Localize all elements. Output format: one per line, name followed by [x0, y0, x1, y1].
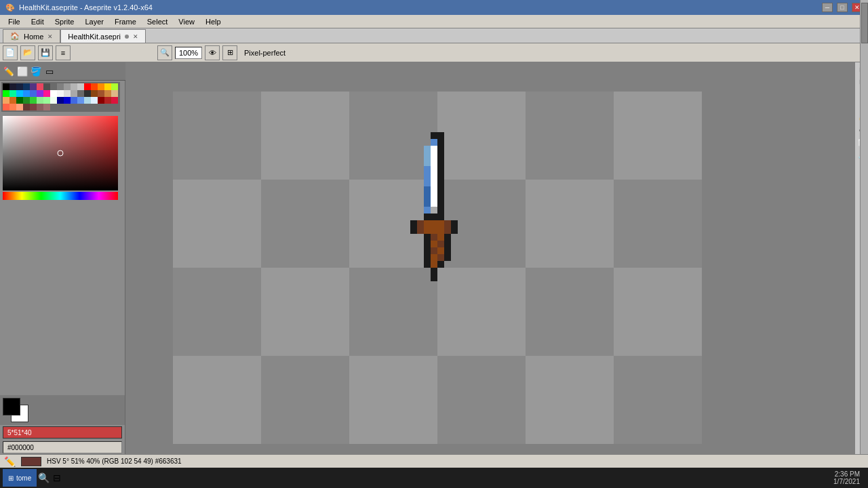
open-file-button[interactable]: 📂: [20, 45, 35, 60]
hex-color-display[interactable]: #000000: [3, 441, 122, 453]
taskview-taskbar[interactable]: ⊟: [50, 471, 64, 485]
palette-color-24[interactable]: [50, 90, 57, 97]
palette-color-15[interactable]: [104, 83, 111, 90]
palette-color-36[interactable]: [16, 97, 23, 104]
palette-color-53[interactable]: [16, 104, 23, 110]
menu-sprite[interactable]: Sprite: [50, 16, 80, 27]
grid-button[interactable]: ⊞: [222, 45, 237, 60]
menu-edit[interactable]: Edit: [26, 16, 50, 27]
palette-color-34[interactable]: [3, 97, 9, 104]
menu-file[interactable]: File: [3, 16, 26, 27]
palette-color-3[interactable]: [23, 83, 30, 90]
palette-color-32[interactable]: [104, 90, 111, 97]
maximize-button[interactable]: □: [837, 3, 848, 12]
menu-help[interactable]: Help: [200, 16, 226, 27]
palette-color-31[interactable]: [98, 90, 104, 97]
palette-color-29[interactable]: [84, 90, 91, 97]
palette-color-19[interactable]: [16, 90, 23, 97]
color-picker-canvas[interactable]: [3, 116, 118, 190]
palette-color-52[interactable]: [9, 104, 16, 110]
tab-home[interactable]: 🏠 Home ✕: [3, 29, 60, 43]
pencil-tool[interactable]: ✏️: [3, 65, 15, 77]
palette-color-43[interactable]: [64, 97, 71, 104]
palette-color-22[interactable]: [37, 90, 43, 97]
palette-color-12[interactable]: [84, 83, 91, 90]
palette-color-42[interactable]: [57, 97, 64, 104]
color-picker[interactable]: [3, 116, 122, 392]
palette-color-5[interactable]: [37, 83, 43, 90]
palette-color-46[interactable]: [84, 97, 91, 104]
palette-color-45[interactable]: [77, 97, 84, 104]
palette-color-48[interactable]: [98, 97, 104, 104]
palette-color-8[interactable]: [57, 83, 64, 90]
minimize-button[interactable]: ─: [822, 3, 833, 12]
palette-color-21[interactable]: [30, 90, 37, 97]
palette-color-55[interactable]: [30, 104, 37, 110]
menu-frame[interactable]: Frame: [109, 16, 142, 27]
palette-color-25[interactable]: [57, 90, 64, 97]
color-value-display[interactable]: 5*51*40: [3, 426, 122, 439]
palette-color-27[interactable]: [71, 90, 77, 97]
palette-color-4[interactable]: [30, 83, 37, 90]
search-taskbar[interactable]: 🔍: [37, 471, 50, 485]
palette-color-17[interactable]: [3, 90, 9, 97]
palette-color-30[interactable]: [91, 90, 98, 97]
sprite-canvas[interactable]: [173, 92, 702, 444]
palette-color-51[interactable]: [3, 104, 9, 110]
palette-color-41[interactable]: [50, 97, 57, 104]
menu-layer[interactable]: Layer: [79, 16, 109, 27]
palette-color-26[interactable]: [64, 90, 71, 97]
settings-button[interactable]: ≡: [56, 45, 71, 60]
tab-healthkit[interactable]: HealthKit.asepri ✕: [60, 29, 146, 43]
zoom-input[interactable]: 100%: [175, 47, 202, 59]
palette-color-6[interactable]: [43, 83, 50, 90]
tab-home-close[interactable]: ✕: [47, 33, 53, 40]
zoom-out-button[interactable]: 🔍: [157, 45, 172, 60]
tools-strip: ✏️ ⬜ 🪣 ▭: [0, 62, 125, 81]
palette-color-7[interactable]: [50, 83, 57, 90]
fill-tool[interactable]: 🪣: [30, 65, 42, 77]
palette-color-1[interactable]: [9, 83, 16, 90]
palette-color-40[interactable]: [43, 97, 50, 104]
main-area: ✏️ ⬜ 🪣 ▭ 5*51*40 #000000: [0, 62, 868, 473]
palette-color-57[interactable]: [43, 104, 50, 110]
palette-color-49[interactable]: [104, 97, 111, 104]
palette-color-38[interactable]: [30, 97, 37, 104]
palette-color-14[interactable]: [98, 83, 104, 90]
eraser-tool[interactable]: ⬜: [16, 65, 28, 77]
palette-color-33[interactable]: [111, 90, 118, 97]
palette-color-11[interactable]: [77, 83, 84, 90]
palette-color-23[interactable]: [43, 90, 50, 97]
canvas-area[interactable]: [125, 62, 854, 473]
v-scroll-thumb[interactable]: [861, 3, 868, 43]
hue-slider[interactable]: [3, 192, 118, 200]
palette-color-0[interactable]: [3, 83, 9, 90]
tab-healthkit-close[interactable]: ✕: [133, 33, 138, 40]
palette-color-2[interactable]: [16, 83, 23, 90]
palette-color-50[interactable]: [111, 97, 118, 104]
palette-color-44[interactable]: [71, 97, 77, 104]
vertical-scrollbar[interactable]: [860, 0, 868, 488]
start-button[interactable]: ⊞tome: [3, 469, 37, 487]
palette-color-39[interactable]: [37, 97, 43, 104]
menu-select[interactable]: Select: [142, 16, 174, 27]
palette-color-10[interactable]: [71, 83, 77, 90]
selection-tool[interactable]: ▭: [43, 65, 56, 77]
menu-view[interactable]: View: [173, 16, 200, 27]
save-file-button[interactable]: 💾: [38, 45, 53, 60]
palette-color-16[interactable]: [111, 83, 118, 90]
palette-color-54[interactable]: [23, 104, 30, 110]
palette-color-9[interactable]: [64, 83, 71, 90]
palette-color-20[interactable]: [23, 90, 30, 97]
palette-color-56[interactable]: [37, 104, 43, 110]
palette-color-47[interactable]: [91, 97, 98, 104]
eye-button[interactable]: 👁: [205, 45, 220, 60]
palette-color-18[interactable]: [9, 90, 16, 97]
palette-color-37[interactable]: [23, 97, 30, 104]
color-swatches: [3, 398, 31, 422]
fg-color-swatch[interactable]: [3, 398, 20, 415]
palette-color-28[interactable]: [77, 90, 84, 97]
palette-color-35[interactable]: [9, 97, 16, 104]
palette-color-13[interactable]: [91, 83, 98, 90]
new-file-button[interactable]: 📄: [3, 45, 18, 60]
